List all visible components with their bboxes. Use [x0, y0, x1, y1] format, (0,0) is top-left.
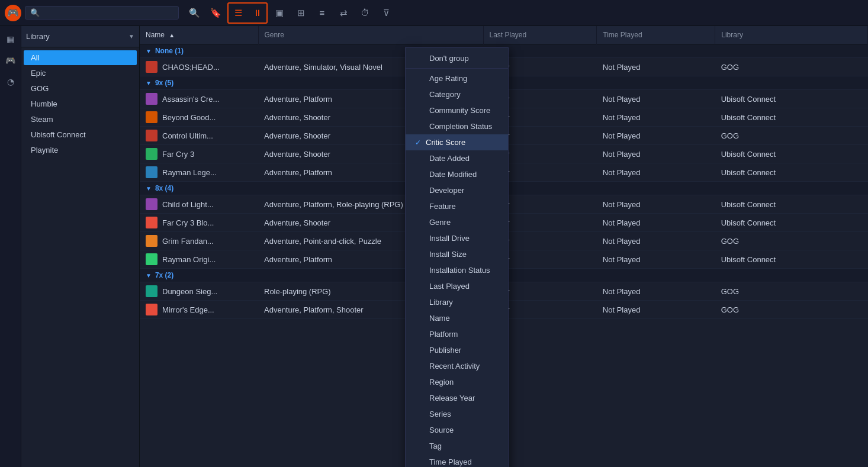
menu-divider [406, 68, 508, 69]
search-icon: 🔍 [30, 8, 40, 17]
cell-name: Beyond Good... [140, 108, 258, 127]
topbar: 🎮 🔍 🔍 🔖 ☰ ⏸ ▣ ⊞ ≡ ⇄ ⏱ ⊽ [0, 0, 868, 26]
menu-item-label: Don't group [429, 54, 469, 63]
menu-item-date-modified[interactable]: Date Modified [406, 166, 508, 182]
game-icon [146, 130, 157, 141]
menu-item-label: Install Size [429, 250, 467, 259]
menu-item-last-played[interactable]: Last Played [406, 278, 508, 294]
filter-btn[interactable]: ⊽ [377, 4, 396, 22]
menu-item-installation-status[interactable]: Installation Status [406, 262, 508, 278]
menu-item-category[interactable]: Category [406, 86, 508, 102]
sidebar-library-icon[interactable]: ▦ [2, 31, 19, 47]
game-icon [146, 166, 157, 178]
app-logo: 🎮 [5, 5, 21, 21]
menu-item-genre[interactable]: Genre [406, 214, 508, 230]
game-icon [146, 217, 157, 228]
cell-time-played: Not Played [597, 282, 715, 301]
clock-btn[interactable]: ⏱ [355, 4, 374, 22]
game-title: Grim Fandan... [162, 237, 214, 246]
col-last-played[interactable]: Last Played [483, 26, 597, 44]
menu-item-library[interactable]: Library [406, 294, 508, 310]
menu-item-release-year[interactable]: Release Year [406, 390, 508, 406]
nav-items: All Epic GOG Humble Steam Ubisoft Connec… [21, 47, 139, 467]
nav-item-humble[interactable]: Humble [24, 96, 137, 111]
column-view-btn[interactable]: ⏸ [247, 4, 266, 22]
col-genre[interactable]: Genre [258, 26, 483, 44]
menu-item-label: Recent Activity [429, 362, 480, 371]
nav-item-all[interactable]: All [24, 50, 137, 65]
nav-item-ubisoft[interactable]: Ubisoft Connect [24, 127, 137, 142]
menu-item-label: Region [429, 378, 454, 387]
library-title: Library [26, 32, 126, 41]
menu-item-completion-status[interactable]: Completion Status [406, 118, 508, 134]
left-nav: Library ▼ All Epic GOG Humble Steam Ubis… [21, 26, 140, 467]
game-title: Control Ultim... [162, 131, 213, 140]
menu-item-community-score[interactable]: Community Score [406, 102, 508, 118]
menu-item-recent-activity[interactable]: Recent Activity [406, 358, 508, 374]
cell-time-played: Not Played [597, 90, 715, 108]
game-icon [146, 285, 157, 297]
topbar-icons: 🔍 🔖 ☰ ⏸ ▣ ⊞ ≡ ⇄ ⏱ ⊽ [185, 2, 396, 24]
game-icon [146, 61, 157, 73]
detail-view-btn[interactable]: ≡ [313, 4, 332, 22]
game-title: Rayman Lege... [162, 168, 217, 177]
grid-view-btn[interactable]: ⊞ [291, 4, 310, 22]
game-icon [146, 148, 157, 160]
col-time-played[interactable]: Time Played [597, 26, 715, 44]
bookmark-icon-btn[interactable]: 🔖 [206, 4, 225, 22]
menu-item-region[interactable]: Region [406, 374, 508, 390]
cell-name: Dungeon Sieg... [140, 282, 258, 301]
menu-item-platform[interactable]: Platform [406, 326, 508, 342]
cell-time-played: Not Played [597, 232, 715, 250]
menu-item-critic-score[interactable]: ✓Critic Score [406, 134, 508, 150]
search-input[interactable] [43, 8, 173, 17]
search-icon-btn[interactable]: 🔍 [185, 4, 204, 22]
menu-item-age-rating[interactable]: Age Rating [406, 70, 508, 86]
nav-item-playnite[interactable]: Playnite [24, 143, 137, 157]
content-area: Name ▲ Genre Last Played Time Played Lib… [140, 26, 868, 467]
menu-item-don't-group[interactable]: Don't group [406, 50, 508, 66]
list-view-btn[interactable]: ☰ [229, 4, 247, 22]
nav-item-gog[interactable]: GOG [24, 81, 137, 96]
menu-item-label: Category [429, 90, 461, 99]
menu-item-label: Time Played [429, 458, 472, 466]
menu-item-label: Publisher [429, 346, 461, 355]
panel-view-btn[interactable]: ▣ [270, 4, 289, 22]
nav-item-epic[interactable]: Epic [24, 66, 137, 80]
menu-item-time-played[interactable]: Time Played [406, 454, 508, 467]
menu-item-developer[interactable]: Developer [406, 182, 508, 198]
menu-item-label: Date Added [429, 154, 470, 163]
cell-library: GOG [715, 301, 868, 319]
cell-library: Ubisoft Connect [715, 250, 868, 269]
menu-item-name[interactable]: Name [406, 310, 508, 326]
sidebar-chart-icon[interactable]: ◔ [2, 73, 19, 90]
menu-item-label: Series [429, 410, 451, 418]
col-name[interactable]: Name ▲ [140, 26, 258, 44]
search-box[interactable]: 🔍 [25, 6, 179, 20]
menu-item-feature[interactable]: Feature [406, 198, 508, 214]
cell-time-played: Not Played [597, 250, 715, 269]
game-title: Dungeon Sieg... [162, 287, 217, 296]
cell-name: Rayman Origi... [140, 250, 258, 269]
menu-item-series[interactable]: Series [406, 406, 508, 422]
cell-name: Child of Light... [140, 195, 258, 214]
library-header[interactable]: Library ▼ [21, 26, 139, 47]
menu-item-publisher[interactable]: Publisher [406, 342, 508, 358]
menu-item-date-added[interactable]: Date Added [406, 150, 508, 166]
menu-item-source[interactable]: Source [406, 422, 508, 438]
game-title: Child of Light... [162, 200, 214, 209]
cell-library: Ubisoft Connect [715, 108, 868, 127]
nav-item-steam[interactable]: Steam [24, 112, 137, 127]
random-btn[interactable]: ⇄ [334, 4, 353, 22]
menu-item-label: Library [429, 298, 453, 307]
library-dropdown-arrow: ▼ [128, 33, 134, 40]
menu-item-tag[interactable]: Tag [406, 438, 508, 454]
cell-library: Ubisoft Connect [715, 90, 868, 108]
sidebar-controller-icon[interactable]: 🎮 [2, 52, 19, 69]
col-library[interactable]: Library [715, 26, 868, 44]
sidebar-icons: ▦ 🎮 ◔ [0, 26, 21, 467]
main-layout: ▦ 🎮 ◔ Library ▼ All Epic GOG Humble Stea… [0, 26, 868, 467]
menu-item-install-drive[interactable]: Install Drive [406, 230, 508, 246]
menu-item-label: Developer [429, 186, 464, 195]
menu-item-install-size[interactable]: Install Size [406, 246, 508, 262]
